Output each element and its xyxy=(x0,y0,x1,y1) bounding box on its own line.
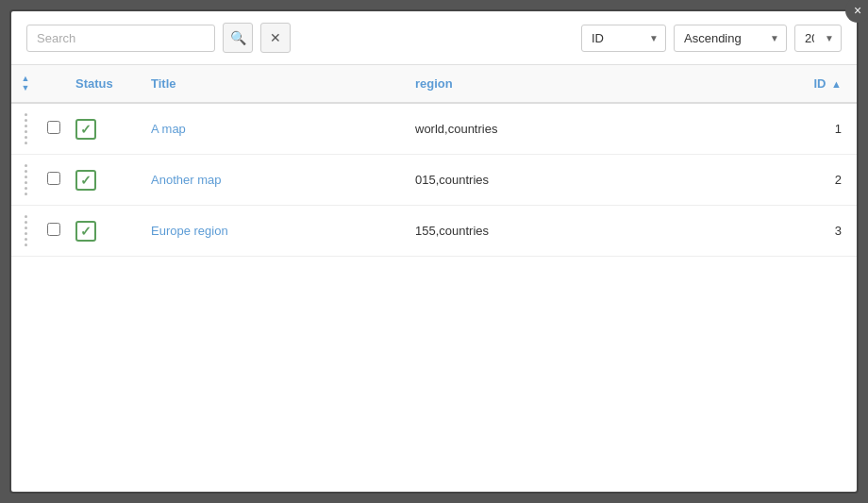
th-id[interactable]: ID ▲ xyxy=(800,65,857,103)
close-button[interactable]: × xyxy=(845,0,868,23)
drag-handle[interactable] xyxy=(11,206,40,257)
page-size-select[interactable]: 20 50 100 xyxy=(794,25,842,52)
sort-field-select[interactable]: ID Title Status xyxy=(581,25,666,52)
table-body: ✓ A map world,countries 1 ✓ Another map xyxy=(11,103,857,257)
status-check-icon: ✓ xyxy=(75,170,96,191)
table-row: ✓ A map world,countries 1 xyxy=(11,103,857,155)
row-status: ✓ xyxy=(68,155,143,206)
drag-handle[interactable] xyxy=(11,103,40,155)
id-sort-icon: ▲ xyxy=(831,78,842,90)
row-checkbox-cell xyxy=(40,103,68,155)
sort-down-icon: ▼ xyxy=(22,84,30,92)
sort-order-wrapper: Ascending Descending ▼ xyxy=(674,25,787,52)
th-title[interactable]: Title xyxy=(143,65,408,103)
th-sort[interactable]: ▲ ▼ xyxy=(11,65,40,103)
row-region: 155,countries xyxy=(408,206,800,257)
row-title-link[interactable]: Another map xyxy=(151,173,221,187)
row-title-link[interactable]: A map xyxy=(151,122,186,136)
row-checkbox-cell xyxy=(40,206,68,257)
data-table: ▲ ▼ Status Title region ID ▲ xyxy=(11,65,857,257)
table-row: ✓ Europe region 155,countries 3 xyxy=(11,206,857,257)
row-checkbox[interactable] xyxy=(47,223,60,236)
sort-order-select[interactable]: Ascending Descending xyxy=(674,25,787,52)
search-button[interactable]: 🔍 xyxy=(223,23,253,53)
status-check-icon: ✓ xyxy=(75,119,96,140)
table-container: ▲ ▼ Status Title region ID ▲ xyxy=(11,65,857,492)
row-title: Europe region xyxy=(143,206,408,257)
row-id: 1 xyxy=(800,103,857,155)
row-region: 015,countries xyxy=(408,155,800,206)
clear-button[interactable]: ✕ xyxy=(260,23,291,53)
search-icon: 🔍 xyxy=(230,30,246,45)
th-check xyxy=(40,65,68,103)
row-title: A map xyxy=(143,103,408,155)
status-check-icon: ✓ xyxy=(75,221,96,242)
clear-icon: ✕ xyxy=(270,30,281,45)
page-size-wrapper: 20 50 100 ▼ xyxy=(794,25,842,52)
table-row: ✓ Another map 015,countries 2 xyxy=(11,155,857,206)
toolbar: 🔍 ✕ ID Title Status ▼ Ascending Descendi… xyxy=(11,11,857,65)
close-icon: × xyxy=(854,3,861,18)
row-checkbox[interactable] xyxy=(47,121,60,134)
row-status: ✓ xyxy=(68,206,143,257)
row-id: 2 xyxy=(800,155,857,206)
sort-field-wrapper: ID Title Status ▼ xyxy=(581,25,666,52)
row-title-link[interactable]: Europe region xyxy=(151,224,228,238)
th-region[interactable]: region xyxy=(408,65,800,103)
row-region: world,countries xyxy=(408,103,800,155)
drag-handle[interactable] xyxy=(11,155,40,206)
table-header-row: ▲ ▼ Status Title region ID ▲ xyxy=(11,65,857,103)
search-input[interactable] xyxy=(26,25,215,52)
th-status[interactable]: Status xyxy=(68,65,143,103)
row-checkbox-cell xyxy=(40,155,68,206)
sort-up-icon: ▲ xyxy=(22,75,30,83)
modal-container: × 🔍 ✕ ID Title Status ▼ Ascending Descen… xyxy=(9,9,859,494)
row-checkbox[interactable] xyxy=(47,172,60,185)
row-status: ✓ xyxy=(68,103,143,155)
row-title: Another map xyxy=(143,155,408,206)
row-id: 3 xyxy=(800,206,857,257)
